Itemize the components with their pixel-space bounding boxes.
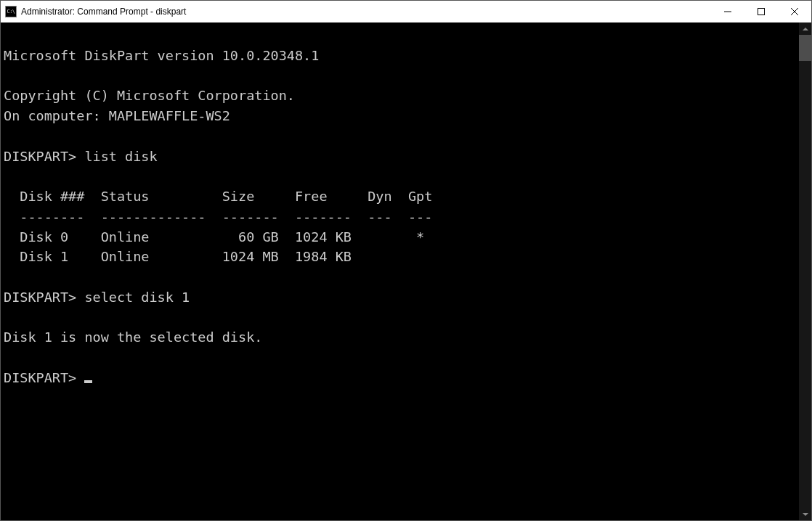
close-button[interactable] (778, 1, 811, 22)
svg-rect-1 (758, 9, 765, 15)
cmd-icon: C:\ (5, 6, 17, 17)
scroll-up-button[interactable] (799, 22, 811, 35)
line-computer: On computer: MAPLEWAFFLE-WS2 (4, 108, 230, 123)
close-icon (791, 8, 798, 15)
console-area: Microsoft DiskPart version 10.0.20348.1 … (1, 22, 811, 520)
line-copyright: Copyright (C) Microsoft Corporation. (4, 88, 295, 103)
line-prompt-current: DISKPART> (4, 370, 84, 385)
console-output[interactable]: Microsoft DiskPart version 10.0.20348.1 … (1, 22, 799, 520)
window-title: Administrator: Command Prompt - diskpart (21, 7, 711, 17)
vertical-scrollbar[interactable] (799, 22, 811, 520)
scroll-thumb[interactable] (799, 35, 811, 61)
table-row: Disk 1 Online 1024 MB 1984 KB (4, 249, 352, 264)
disk-table-rule: -------- ------------- ------- ------- -… (4, 209, 432, 224)
line-version: Microsoft DiskPart version 10.0.20348.1 (4, 48, 319, 63)
disk-table-header: Disk ### Status Size Free Dyn Gpt (4, 189, 432, 204)
window-controls (711, 1, 811, 22)
svg-marker-5 (803, 513, 808, 516)
line-result: Disk 1 is now the selected disk. (4, 329, 262, 345)
line-prompt: DISKPART> list disk (4, 149, 158, 164)
window-frame: C:\ Administrator: Command Prompt - disk… (0, 0, 812, 521)
table-row: Disk 0 Online 60 GB 1024 KB * (4, 229, 424, 245)
svg-marker-4 (803, 28, 808, 30)
titlebar[interactable]: C:\ Administrator: Command Prompt - disk… (1, 1, 811, 22)
minimize-button[interactable] (711, 1, 744, 22)
line-prompt: DISKPART> select disk 1 (4, 290, 190, 305)
cursor (84, 380, 92, 383)
maximize-button[interactable] (744, 1, 778, 22)
minimize-icon (724, 8, 731, 15)
scroll-down-button[interactable] (799, 508, 811, 520)
cmd-icon-glyph: C:\ (7, 9, 15, 15)
chevron-up-icon (803, 28, 808, 30)
maximize-icon (758, 8, 765, 15)
chevron-down-icon (803, 513, 808, 516)
